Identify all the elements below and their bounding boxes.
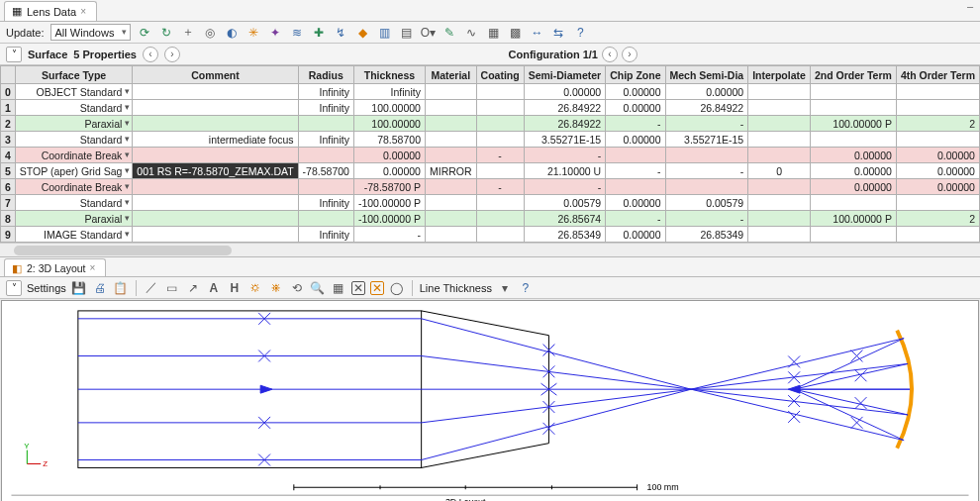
stack-icon[interactable]: ▤ [398,25,414,41]
coating-icon[interactable]: ▥ [376,25,392,41]
row-index[interactable]: 0 [1,84,16,100]
surface-type-cell[interactable]: OBJECT Standard [15,84,133,100]
interpolate-cell[interactable] [748,227,811,243]
surface-icon[interactable]: ◆ [354,25,370,41]
mechsemi-cell[interactable] [665,148,748,163]
column-header[interactable]: Semi-Diameter [524,66,606,84]
coating-cell[interactable] [476,100,524,116]
surface-type-cell[interactable]: Standard [15,132,133,148]
row-index[interactable]: 2 [1,116,16,132]
tab-3d-layout[interactable]: ◧ 2: 3D Layout × [4,258,106,276]
semidiam-cell[interactable]: 0.00000 [524,84,606,100]
tab-lens-data[interactable]: ▦ Lens Data × [4,1,97,21]
comment-cell[interactable]: 001 RS R=-78.5870_ZEMAX.DAT [133,163,298,179]
radius-cell[interactable]: -78.58700 [298,163,353,179]
semidiam-cell[interactable]: - [524,179,606,195]
row-index[interactable]: 6 [1,179,16,195]
collapse-button[interactable]: ˅ [6,280,22,296]
column-header[interactable]: Radius [298,66,353,84]
radius-cell[interactable]: Infinity [298,195,353,211]
order4-cell[interactable] [896,227,979,243]
coating-cell[interactable] [476,211,524,227]
mechsemi-cell[interactable]: - [665,211,748,227]
comment-cell[interactable] [133,100,298,116]
material-cell[interactable] [425,132,476,148]
zoom-icon[interactable]: 🔍 [310,280,326,296]
interpolate-cell[interactable] [748,179,811,195]
dropdown-update-scope[interactable]: All Windows [50,24,132,41]
swap-left-icon[interactable]: ↔ [529,25,544,41]
row-index[interactable]: 7 [1,195,16,211]
comment-cell[interactable] [133,179,298,195]
mechsemi-cell[interactable] [665,179,748,195]
table-row[interactable]: 6Coordinate Break-78.58700 P--0.000000.0… [1,179,981,195]
table-row[interactable]: 2Paraxial100.0000026.84922--100.00000 P2 [1,116,981,132]
semidiam-cell[interactable]: 26.84922 [524,116,606,132]
order4-cell[interactable] [896,132,979,148]
thickness-cell[interactable]: 0.00000 [353,163,425,179]
order4-cell[interactable]: 0.00000 [896,179,979,195]
radius-cell[interactable] [298,116,353,132]
chipzone-cell[interactable]: 0.00000 [606,84,665,100]
column-header[interactable]: Thickness [353,66,425,84]
row-index[interactable]: 5 [1,163,16,179]
column-header[interactable]: 4th Order Term [896,66,979,84]
material-cell[interactable] [425,100,476,116]
column-header[interactable]: Mech Semi-Dia [665,66,748,84]
surface-type-cell[interactable]: Standard [15,195,133,211]
order2-cell[interactable] [810,84,896,100]
line-icon[interactable]: ／ [144,280,159,296]
swap-right-icon[interactable]: ⇆ [550,25,566,41]
fan-icon[interactable]: ✳ [245,25,261,41]
interpolate-cell[interactable] [748,211,811,227]
surface-type-cell[interactable]: STOP (aper) Grid Sag [15,163,133,179]
mechsemi-cell[interactable]: - [665,116,748,132]
order2-cell[interactable]: 0.00000 [810,148,896,163]
table-row[interactable]: 9IMAGE StandardInfinity-26.853490.000002… [1,227,981,243]
column-header[interactable]: Interpolate [748,66,811,84]
radius-cell[interactable]: Infinity [298,227,353,243]
pen-icon[interactable]: ✎ [441,25,457,41]
surface-type-cell[interactable]: Paraxial [15,211,133,227]
copy-icon[interactable]: 📋 [113,280,129,296]
surface-type-cell[interactable]: Paraxial [15,116,133,132]
material-cell[interactable] [425,116,476,132]
semidiam-cell[interactable]: 26.84922 [524,100,606,116]
column-header[interactable]: Material [425,66,476,84]
surface-type-cell[interactable]: Coordinate Break [15,148,133,163]
comment-cell[interactable] [133,211,298,227]
line-thickness-dropdown[interactable]: ▾ [497,280,513,296]
comment-cell[interactable] [133,84,298,100]
print-icon[interactable]: 🖨 [92,280,108,296]
order4-cell[interactable]: 0.00000 [896,148,979,163]
text-a-icon[interactable]: A [206,280,222,296]
coating-cell[interactable]: - [476,179,524,195]
text-h-icon[interactable]: H [227,280,243,296]
mechsemi-cell[interactable]: - [665,163,748,179]
rect-icon[interactable]: ▭ [164,280,180,296]
chipzone-cell[interactable]: 0.00000 [606,227,665,243]
thickness-cell[interactable]: -100.00000 P [353,195,425,211]
grid2-icon[interactable]: ▩ [507,25,523,41]
table-row[interactable]: 1StandardInfinity100.0000026.849220.0000… [1,100,981,116]
help-icon[interactable]: ? [572,25,588,41]
comment-cell[interactable] [133,195,298,211]
row-index[interactable]: 1 [1,100,16,116]
circle-dropdown-icon[interactable]: O▾ [420,25,436,41]
table-row[interactable]: 4Coordinate Break0.00000--0.000000.00000… [1,148,981,163]
interpolate-cell[interactable] [748,195,811,211]
curve-icon[interactable]: ∿ [463,25,479,41]
aperture-icon[interactable]: ◐ [224,25,240,41]
radius-cell[interactable] [298,211,353,227]
close-icon[interactable]: × [90,262,96,273]
coating-cell[interactable]: - [476,148,524,163]
mechsemi-cell[interactable]: 3.55271E-15 [665,132,748,148]
thickness-cell[interactable]: 78.58700 [353,132,425,148]
row-index[interactable]: 4 [1,148,16,163]
material-cell[interactable]: MIRROR [425,163,476,179]
table-row[interactable]: 0OBJECT StandardInfinityInfinity0.000000… [1,84,981,100]
scrollbar-thumb[interactable] [14,246,232,255]
thickness-cell[interactable]: 100.00000 [353,116,425,132]
order2-cell[interactable]: 0.00000 [810,163,896,179]
interpolate-cell[interactable] [748,100,811,116]
